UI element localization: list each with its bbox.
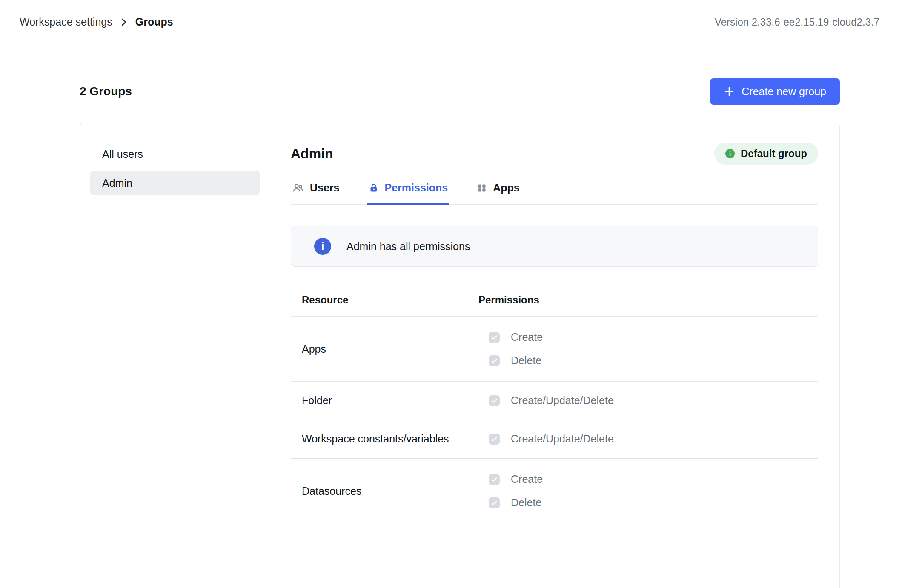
top-header: Workspace settings Groups Version 2.33.6… xyxy=(0,0,899,44)
permission-item: Create/Update/Delete xyxy=(489,433,818,445)
plus-icon xyxy=(724,86,735,97)
table-row-apps: Apps Create xyxy=(291,317,818,382)
group-detail-header: Admin i Default group xyxy=(291,143,818,165)
users-icon xyxy=(292,182,304,194)
info-circle-icon: i xyxy=(314,238,331,255)
groups-card: All users Admin Admin i Default group xyxy=(80,123,840,588)
group-item-admin[interactable]: Admin xyxy=(90,171,260,195)
permission-label: Create/Update/Delete xyxy=(511,433,614,445)
permission-label: Create xyxy=(511,331,543,343)
table-row-workspace-constants: Workspace constants/variables Create/Upd… xyxy=(291,420,818,459)
page-header-row: 2 Groups Create new group xyxy=(80,78,840,105)
group-detail-panel: Admin i Default group xyxy=(270,123,839,588)
permission-label: Delete xyxy=(511,354,541,367)
breadcrumb-workspace-settings[interactable]: Workspace settings xyxy=(20,16,112,28)
default-group-badge: i Default group xyxy=(714,143,818,165)
checkbox-apps-delete[interactable] xyxy=(489,355,500,366)
version-label: Version 2.33.6-ee2.15.19-cloud2.3.7 xyxy=(715,16,879,28)
info-banner-text: Admin has all permissions xyxy=(346,240,470,253)
workspace-settings-groups-page: Workspace settings Groups Version 2.33.6… xyxy=(0,0,899,588)
group-item-label: All users xyxy=(102,148,143,160)
permission-item: Create/Update/Delete xyxy=(489,394,818,407)
breadcrumb: Workspace settings Groups xyxy=(20,16,173,28)
permissions-cell: Create/Update/Delete xyxy=(478,433,818,445)
table-row-datasources: Datasources Create xyxy=(291,459,818,523)
group-title: Admin xyxy=(291,146,333,162)
permissions-cell: Create Delete xyxy=(478,331,818,367)
apps-grid-icon xyxy=(477,183,487,193)
checkbox-constants-cud[interactable] xyxy=(489,434,500,445)
resource-label: Folder xyxy=(302,394,478,407)
permission-item: Create xyxy=(489,473,818,485)
create-new-group-label: Create new group xyxy=(742,86,826,98)
tab-users-label: Users xyxy=(310,182,340,194)
table-header-row: Resource Permissions xyxy=(291,284,818,317)
lock-icon xyxy=(369,183,379,193)
tab-users[interactable]: Users xyxy=(291,177,341,205)
group-item-all-users[interactable]: All users xyxy=(90,142,260,166)
column-header-permissions: Permissions xyxy=(478,294,818,306)
table-row-folder: Folder Create/Update/Delete xyxy=(291,382,818,420)
default-group-badge-label: Default group xyxy=(741,148,807,160)
groups-count-heading: 2 Groups xyxy=(80,85,132,98)
group-tabs: Users Permissions xyxy=(291,177,818,205)
resource-label: Workspace constants/variables xyxy=(302,433,478,445)
badge-info-icon: i xyxy=(725,149,735,158)
permission-item: Delete xyxy=(489,354,818,367)
permission-label: Create/Update/Delete xyxy=(511,394,614,407)
group-list: All users Admin xyxy=(80,123,270,588)
permission-item: Delete xyxy=(489,497,818,509)
permissions-cell: Create Delete xyxy=(478,473,818,509)
tab-permissions[interactable]: Permissions xyxy=(367,177,450,205)
tab-permissions-label: Permissions xyxy=(385,182,448,194)
permission-label: Create xyxy=(511,473,543,485)
permissions-cell: Create/Update/Delete xyxy=(478,394,818,407)
checkbox-folder-cud[interactable] xyxy=(489,395,500,406)
column-header-resource: Resource xyxy=(302,294,478,306)
chevron-right-icon xyxy=(120,17,128,27)
checkbox-datasources-create[interactable] xyxy=(489,474,500,485)
main-content: 2 Groups Create new group All users Admi… xyxy=(0,78,899,588)
group-item-label: Admin xyxy=(102,177,132,189)
permission-item: Create xyxy=(489,331,818,343)
resource-label: Datasources xyxy=(302,485,478,497)
permissions-table: Resource Permissions Apps Create xyxy=(291,284,818,523)
breadcrumb-current-groups: Groups xyxy=(135,16,173,28)
tab-apps[interactable]: Apps xyxy=(475,177,521,205)
checkbox-datasources-delete[interactable] xyxy=(489,497,500,508)
tab-apps-label: Apps xyxy=(493,182,520,194)
permission-label: Delete xyxy=(511,497,541,509)
resource-label: Apps xyxy=(302,343,478,355)
checkbox-apps-create[interactable] xyxy=(489,332,500,343)
info-banner: i Admin has all permissions xyxy=(291,226,818,267)
create-new-group-button[interactable]: Create new group xyxy=(710,78,840,105)
